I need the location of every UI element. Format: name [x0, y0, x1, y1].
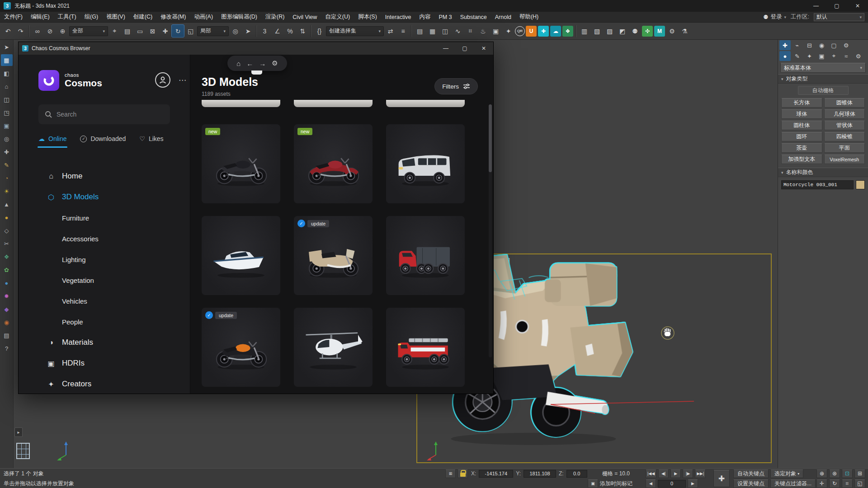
primitive-button-四棱锥[interactable]: 四棱锥: [824, 132, 865, 141]
select-and-scale-icon[interactable]: ◱: [184, 25, 197, 37]
close-button[interactable]: ✕: [847, 0, 868, 12]
fx-tool-icon[interactable]: ✹: [1, 290, 13, 302]
object-name-field[interactable]: [781, 180, 854, 189]
mini-listener-icon[interactable]: [16, 443, 30, 459]
sidebar-item-hdris[interactable]: ▣HDRIs: [19, 353, 190, 374]
previous-key-button[interactable]: ◀: [646, 479, 656, 488]
window-crossing-toggle-icon[interactable]: ⊠: [146, 25, 159, 37]
tab-online[interactable]: ☁Online: [38, 135, 66, 148]
create-tab[interactable]: ✚: [779, 40, 791, 50]
schematic-view-icon[interactable]: ⌗: [464, 25, 476, 37]
menu-s[interactable]: 脚本(S): [354, 12, 381, 22]
window-tool-icon[interactable]: ◫: [1, 94, 13, 105]
menu-a[interactable]: 动画(A): [190, 12, 217, 22]
menu-m[interactable]: 修改器(M): [156, 12, 190, 22]
active-tool-icon[interactable]: ▦: [1, 54, 13, 66]
rollout-object-type[interactable]: ▾对象类型: [778, 74, 868, 84]
diamond-tool-icon[interactable]: ◇: [1, 225, 13, 236]
tab-downloaded[interactable]: ✓Downloaded: [80, 135, 126, 148]
shapes-category[interactable]: ✎: [792, 51, 803, 61]
spinner-snap-icon[interactable]: ⇅: [297, 25, 309, 37]
add-tool-icon[interactable]: ✚: [1, 146, 13, 158]
menu-u[interactable]: 自定义(U): [321, 12, 354, 22]
primitive-type-select[interactable]: 标准基本体▾: [780, 63, 866, 73]
preview-tool-icon[interactable]: ▣: [1, 120, 13, 131]
zoom-icon[interactable]: ⊕: [816, 469, 827, 478]
primitive-button-几何球体[interactable]: 几何球体: [824, 109, 865, 119]
select-object-icon[interactable]: ⌖: [108, 25, 121, 37]
curve-editor-icon[interactable]: ∿: [452, 25, 464, 37]
selected-objects-select[interactable]: 选定对象 ▾: [770, 469, 803, 478]
orbit-icon[interactable]: ↻: [829, 479, 840, 488]
object-color-swatch[interactable]: [856, 180, 865, 189]
asset-card-classic-motorcycle[interactable]: new: [294, 124, 373, 203]
login-button[interactable]: ⚉ 登录 ▾: [763, 13, 786, 21]
primitive-button-圆环[interactable]: 圆环: [781, 132, 822, 141]
select-and-rotate-icon[interactable]: ↻: [172, 25, 184, 37]
undo-icon[interactable]: ↶: [2, 25, 14, 37]
rollout-name-color[interactable]: ▾名称和颜色: [778, 168, 868, 177]
z-coordinate-field[interactable]: [566, 470, 587, 478]
asset-card-helicopter[interactable]: [294, 308, 373, 387]
key-filters-button[interactable]: 关键点过滤器...: [770, 479, 816, 488]
list-tool-icon[interactable]: ▤: [1, 329, 13, 341]
primitive-button-平面[interactable]: 平面: [824, 143, 865, 153]
next-frame-button[interactable]: |▶: [683, 469, 693, 478]
use-pivot-center-icon[interactable]: ◎: [229, 25, 241, 37]
cosmos-maximize-button[interactable]: ▢: [455, 42, 474, 55]
populate-icon[interactable]: ✣: [642, 26, 653, 37]
vegetation-tool-icon[interactable]: ✿: [1, 264, 13, 276]
account-avatar[interactable]: [155, 72, 170, 88]
maximize-viewport-icon[interactable]: ◱: [854, 479, 865, 488]
menu-substance[interactable]: Substance: [456, 12, 491, 22]
selection-lock-icon[interactable]: [458, 469, 468, 478]
partial-card[interactable]: [386, 100, 465, 107]
set-key-mode-button[interactable]: ✚: [713, 470, 730, 487]
gem-tool-icon[interactable]: ◆: [1, 303, 13, 315]
sidebar-item-vegetation[interactable]: Vegetation: [19, 270, 190, 291]
minimize-button[interactable]: —: [806, 0, 826, 12]
menu-pm3[interactable]: PM 3: [435, 12, 456, 22]
pencil-tool-icon[interactable]: ✎: [1, 159, 13, 171]
settings-icon[interactable]: ⚙: [666, 25, 678, 37]
select-and-link-icon[interactable]: ∞: [31, 25, 43, 37]
water-drop-icon[interactable]: ●: [1, 277, 13, 289]
viewport-layout-tab[interactable]: ▸: [14, 427, 23, 437]
helpers-category[interactable]: ⌖: [828, 51, 840, 61]
sphere-tool-icon[interactable]: ◔: [1, 172, 13, 184]
cosmos-minimize-button[interactable]: —: [436, 42, 455, 55]
spacewarps-category[interactable]: ≈: [840, 51, 852, 61]
snap-tool-icon[interactable]: ◳: [1, 107, 13, 118]
search-input[interactable]: [57, 111, 164, 118]
auto-key-button[interactable]: 自动关键点: [733, 469, 769, 478]
align-icon[interactable]: ≡: [397, 25, 409, 37]
rectangular-selection-region-icon[interactable]: ▭: [134, 25, 146, 37]
asset-card-touring-motorcycle[interactable]: ✓update: [294, 216, 373, 295]
primitive-button-长方体[interactable]: 长方体: [781, 98, 822, 108]
toolbar-icon-c[interactable]: ◩: [616, 25, 628, 37]
named-selection-sets-combo[interactable]: 创建选择集▾: [326, 26, 384, 36]
mirror-icon[interactable]: ⇄: [384, 25, 396, 37]
unlink-selection-icon[interactable]: ⊘: [44, 25, 56, 37]
maximize-button[interactable]: ▢: [826, 0, 847, 12]
previous-frame-button[interactable]: ◀|: [658, 469, 669, 478]
sidebar-item-3d-models[interactable]: ⬡3D Models: [19, 187, 190, 207]
toggle-ribbon-icon[interactable]: ◫: [439, 25, 451, 37]
current-frame-field[interactable]: [658, 480, 686, 488]
partial-card[interactable]: [202, 100, 280, 107]
zoom-extents-icon[interactable]: ⊡: [842, 469, 853, 478]
menu-t[interactable]: 工具(T): [54, 12, 80, 22]
toolbar-icon-b[interactable]: ▨: [604, 25, 616, 37]
sidebar-item-people[interactable]: People: [19, 311, 190, 332]
lights-category[interactable]: ✦: [804, 51, 815, 61]
motion-tab[interactable]: ◉: [816, 40, 827, 50]
asset-card-boat[interactable]: [202, 216, 280, 295]
primitive-button-圆柱体[interactable]: 圆柱体: [781, 121, 822, 130]
pill-drag-handle[interactable]: [251, 70, 262, 75]
toggle-layer-explorer-icon[interactable]: ▦: [426, 25, 439, 37]
asset-card-sport-motorcycle[interactable]: ✓update: [202, 308, 280, 387]
asset-card-van[interactable]: [386, 124, 465, 203]
phoenix-icon[interactable]: ❖: [562, 26, 573, 37]
rendered-frame-window-icon[interactable]: ▣: [490, 25, 502, 37]
gold-sphere-icon[interactable]: ●: [1, 211, 13, 223]
